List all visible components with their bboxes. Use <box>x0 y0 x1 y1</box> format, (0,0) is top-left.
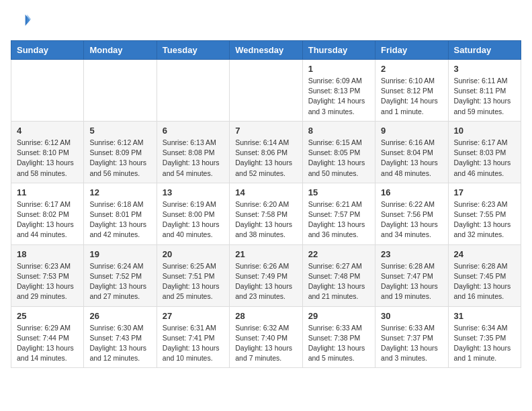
day-of-week-header: Sunday <box>11 41 84 60</box>
day-info: Sunrise: 6:17 AM Sunset: 8:03 PM Dayligh… <box>454 138 515 179</box>
calendar-cell: 24Sunrise: 6:28 AM Sunset: 7:45 PM Dayli… <box>448 244 521 306</box>
day-info: Sunrise: 6:21 AM Sunset: 7:57 PM Dayligh… <box>308 199 369 240</box>
day-info: Sunrise: 6:33 AM Sunset: 7:37 PM Dayligh… <box>381 323 442 364</box>
calendar-cell: 4Sunrise: 6:12 AM Sunset: 8:10 PM Daylig… <box>11 121 84 183</box>
day-info: Sunrise: 6:33 AM Sunset: 7:38 PM Dayligh… <box>308 323 369 364</box>
calendar-cell <box>230 60 302 122</box>
calendar-cell: 7Sunrise: 6:14 AM Sunset: 8:06 PM Daylig… <box>230 121 302 183</box>
day-info: Sunrise: 6:19 AM Sunset: 8:00 PM Dayligh… <box>163 199 224 240</box>
day-number: 31 <box>454 311 515 321</box>
day-info: Sunrise: 6:29 AM Sunset: 7:44 PM Dayligh… <box>17 323 78 364</box>
calendar-cell: 10Sunrise: 6:17 AM Sunset: 8:03 PM Dayli… <box>448 121 521 183</box>
day-number: 6 <box>163 126 224 136</box>
day-info: Sunrise: 6:22 AM Sunset: 7:56 PM Dayligh… <box>381 199 442 240</box>
day-number: 5 <box>89 126 150 136</box>
day-number: 2 <box>381 64 442 74</box>
day-number: 18 <box>17 249 78 259</box>
day-number: 3 <box>454 64 515 74</box>
calendar-week-row: 18Sunrise: 6:23 AM Sunset: 7:53 PM Dayli… <box>11 244 521 306</box>
day-info: Sunrise: 6:28 AM Sunset: 7:45 PM Dayligh… <box>454 261 515 302</box>
calendar-week-row: 25Sunrise: 6:29 AM Sunset: 7:44 PM Dayli… <box>11 306 521 368</box>
day-info: Sunrise: 6:13 AM Sunset: 8:08 PM Dayligh… <box>163 138 224 179</box>
day-info: Sunrise: 6:26 AM Sunset: 7:49 PM Dayligh… <box>235 261 296 302</box>
calendar-cell <box>84 60 157 122</box>
calendar-cell: 6Sunrise: 6:13 AM Sunset: 8:08 PM Daylig… <box>157 121 229 183</box>
calendar-cell: 28Sunrise: 6:32 AM Sunset: 7:40 PM Dayli… <box>230 306 302 368</box>
day-info: Sunrise: 6:20 AM Sunset: 7:58 PM Dayligh… <box>235 199 296 240</box>
calendar-cell: 21Sunrise: 6:26 AM Sunset: 7:49 PM Dayli… <box>230 244 302 306</box>
calendar-cell: 8Sunrise: 6:15 AM Sunset: 8:05 PM Daylig… <box>302 121 375 183</box>
page-header <box>11 11 521 32</box>
day-number: 16 <box>381 187 442 197</box>
day-number: 15 <box>308 187 369 197</box>
calendar-cell: 16Sunrise: 6:22 AM Sunset: 7:56 PM Dayli… <box>375 183 448 244</box>
day-number: 1 <box>308 64 369 74</box>
calendar-cell: 3Sunrise: 6:11 AM Sunset: 8:11 PM Daylig… <box>448 60 521 122</box>
day-number: 17 <box>454 187 515 197</box>
day-info: Sunrise: 6:30 AM Sunset: 7:43 PM Dayligh… <box>89 323 150 364</box>
day-number: 22 <box>308 249 369 259</box>
day-number: 13 <box>163 187 224 197</box>
day-info: Sunrise: 6:31 AM Sunset: 7:41 PM Dayligh… <box>163 323 224 364</box>
header-row: SundayMondayTuesdayWednesdayThursdayFrid… <box>11 41 521 60</box>
day-info: Sunrise: 6:18 AM Sunset: 8:01 PM Dayligh… <box>89 199 150 240</box>
calendar-cell: 29Sunrise: 6:33 AM Sunset: 7:38 PM Dayli… <box>302 306 375 368</box>
day-number: 19 <box>89 249 150 259</box>
day-info: Sunrise: 6:24 AM Sunset: 7:52 PM Dayligh… <box>89 261 150 302</box>
day-number: 4 <box>17 126 78 136</box>
day-info: Sunrise: 6:28 AM Sunset: 7:47 PM Dayligh… <box>381 261 442 302</box>
day-info: Sunrise: 6:10 AM Sunset: 8:12 PM Dayligh… <box>381 76 442 117</box>
day-info: Sunrise: 6:23 AM Sunset: 7:55 PM Dayligh… <box>454 199 515 240</box>
calendar-cell: 15Sunrise: 6:21 AM Sunset: 7:57 PM Dayli… <box>302 183 375 244</box>
calendar-week-row: 4Sunrise: 6:12 AM Sunset: 8:10 PM Daylig… <box>11 121 521 183</box>
day-number: 10 <box>454 126 515 136</box>
day-info: Sunrise: 6:12 AM Sunset: 8:10 PM Dayligh… <box>17 138 78 179</box>
day-of-week-header: Thursday <box>302 41 375 60</box>
calendar-cell: 14Sunrise: 6:20 AM Sunset: 7:58 PM Dayli… <box>230 183 302 244</box>
day-info: Sunrise: 6:15 AM Sunset: 8:05 PM Dayligh… <box>308 138 369 179</box>
calendar-cell: 9Sunrise: 6:16 AM Sunset: 8:04 PM Daylig… <box>375 121 448 183</box>
day-number: 11 <box>17 187 78 197</box>
day-of-week-header: Saturday <box>448 41 521 60</box>
calendar-cell: 2Sunrise: 6:10 AM Sunset: 8:12 PM Daylig… <box>375 60 448 122</box>
day-number: 12 <box>89 187 150 197</box>
day-of-week-header: Monday <box>84 41 157 60</box>
calendar-cell: 23Sunrise: 6:28 AM Sunset: 7:47 PM Dayli… <box>375 244 448 306</box>
day-info: Sunrise: 6:17 AM Sunset: 8:02 PM Dayligh… <box>17 199 78 240</box>
day-number: 14 <box>235 187 296 197</box>
calendar-cell: 5Sunrise: 6:12 AM Sunset: 8:09 PM Daylig… <box>84 121 157 183</box>
day-number: 28 <box>235 311 296 321</box>
day-info: Sunrise: 6:27 AM Sunset: 7:48 PM Dayligh… <box>308 261 369 302</box>
day-number: 8 <box>308 126 369 136</box>
day-number: 21 <box>235 249 296 259</box>
day-number: 7 <box>235 126 296 136</box>
calendar-week-row: 11Sunrise: 6:17 AM Sunset: 8:02 PM Dayli… <box>11 183 521 244</box>
day-number: 27 <box>163 311 224 321</box>
calendar-table: SundayMondayTuesdayWednesdayThursdayFrid… <box>11 40 521 368</box>
logo <box>11 11 31 32</box>
day-info: Sunrise: 6:16 AM Sunset: 8:04 PM Dayligh… <box>381 138 442 179</box>
calendar-cell: 17Sunrise: 6:23 AM Sunset: 7:55 PM Dayli… <box>448 183 521 244</box>
calendar-cell: 12Sunrise: 6:18 AM Sunset: 8:01 PM Dayli… <box>84 183 157 244</box>
day-of-week-header: Friday <box>375 41 448 60</box>
calendar-cell: 19Sunrise: 6:24 AM Sunset: 7:52 PM Dayli… <box>84 244 157 306</box>
day-number: 25 <box>17 311 78 321</box>
calendar-cell <box>157 60 229 122</box>
calendar-cell: 27Sunrise: 6:31 AM Sunset: 7:41 PM Dayli… <box>157 306 229 368</box>
calendar-cell: 20Sunrise: 6:25 AM Sunset: 7:51 PM Dayli… <box>157 244 229 306</box>
day-of-week-header: Tuesday <box>157 41 229 60</box>
day-number: 26 <box>89 311 150 321</box>
day-number: 24 <box>454 249 515 259</box>
day-of-week-header: Wednesday <box>230 41 302 60</box>
day-number: 30 <box>381 311 442 321</box>
day-number: 29 <box>308 311 369 321</box>
svg-marker-1 <box>27 15 31 24</box>
day-info: Sunrise: 6:12 AM Sunset: 8:09 PM Dayligh… <box>89 138 150 179</box>
day-info: Sunrise: 6:23 AM Sunset: 7:53 PM Dayligh… <box>17 261 78 302</box>
day-info: Sunrise: 6:14 AM Sunset: 8:06 PM Dayligh… <box>235 138 296 179</box>
logo-icon <box>12 11 31 30</box>
calendar-cell: 13Sunrise: 6:19 AM Sunset: 8:00 PM Dayli… <box>157 183 229 244</box>
calendar-cell: 22Sunrise: 6:27 AM Sunset: 7:48 PM Dayli… <box>302 244 375 306</box>
day-info: Sunrise: 6:11 AM Sunset: 8:11 PM Dayligh… <box>454 76 515 117</box>
calendar-body: 1Sunrise: 6:09 AM Sunset: 8:13 PM Daylig… <box>11 60 521 368</box>
